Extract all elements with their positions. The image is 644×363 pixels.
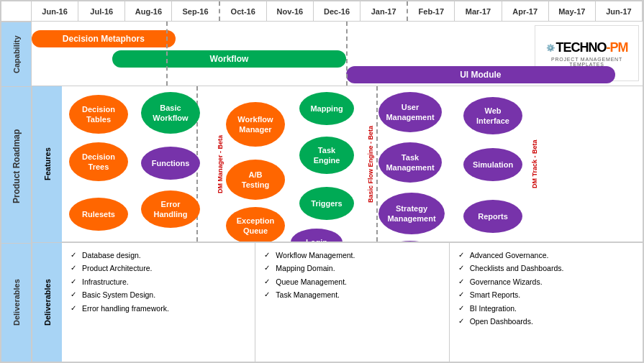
deliverable-text: Open Dashboards.: [470, 315, 533, 328]
checkmark: ✓: [458, 262, 467, 275]
checkmark: ✓: [71, 262, 79, 275]
deliverables-label: Deliverables: [32, 243, 62, 362]
deliverable-item: ✓Mapping Domain.: [264, 262, 440, 275]
deliverable-text: Advanced Governance.: [470, 249, 549, 262]
deliverable-text: Infrastructure.: [82, 275, 129, 288]
deliverable-item: ✓Queue Management.: [264, 275, 440, 288]
oval-ab-testing: A/B Testing: [226, 160, 285, 200]
checkmark: ✓: [71, 249, 79, 262]
deliverable-text: Product Architecture.: [82, 262, 152, 275]
cap-dashed-line-3: [166, 22, 168, 86]
deliverable-item: ✓Checklists and Dashboards.: [458, 262, 634, 275]
oval-decision-tables: Decision Tables: [69, 95, 128, 134]
app-container: Jun-16Jul-16Aug-16Sep-16Oct-16Nov-16Dec-…: [0, 0, 644, 363]
capability-bar-workflow: Workflow: [112, 50, 345, 68]
deliverable-item: ✓Error handling framework.: [71, 302, 246, 315]
oval-functions: Functions: [141, 147, 200, 180]
checkmark: ✓: [264, 275, 273, 288]
dashed-line-7: [376, 86, 378, 242]
month-feb17: Feb-17: [408, 1, 455, 21]
month-nov16: Nov-16: [267, 1, 314, 21]
oval-reports: Reports: [463, 200, 522, 233]
oval-login: Login: [291, 229, 343, 242]
deliverables-row-label: Deliverables: [1, 243, 31, 362]
deliverable-text: Governance Wizards.: [470, 275, 543, 288]
cap-dashed-line-7: [346, 22, 348, 86]
beta-label: Basic Flow Engine - Beta: [366, 86, 376, 242]
deliverable-text: Database design.: [82, 249, 141, 262]
month-mar17: Mar-17: [455, 1, 502, 21]
checkmark: ✓: [264, 262, 273, 275]
oval-exception-queue: Exception Queue: [226, 207, 285, 242]
month-jul16: Jul-16: [78, 1, 125, 21]
oval-workflow-manager: Workflow Manager: [226, 102, 285, 147]
deliverable-item: ✓Governance Wizards.: [458, 275, 634, 288]
deliverable-text: Workflow Management.: [276, 249, 355, 262]
capability-row: ⚙️ TECHNO-PM PROJECT MANAGEMENT TEMPLATE…: [32, 22, 643, 86]
checkmark: ✓: [458, 275, 467, 288]
capability-bar-ui-module: UI Module: [346, 66, 615, 83]
deliverable-text: Basic System Design.: [82, 288, 155, 301]
deliverables-col-0: ✓Database design.✓Product Architecture.✓…: [62, 243, 255, 362]
deliverables-col-1: ✓Workflow Management.✓Mapping Domain.✓Qu…: [255, 243, 449, 362]
logo-subtitle: PROJECT MANAGEMENT TEMPLATES: [538, 57, 635, 67]
deliverable-item: ✓Workflow Management.: [264, 249, 440, 262]
deliverable-text: Error handling framework.: [82, 302, 169, 315]
checkmark: ✓: [458, 315, 467, 328]
capability-bar-decision-metaphors: Decision Metaphors: [32, 30, 176, 47]
checkmark: ✓: [458, 288, 467, 301]
deliverable-item: ✓BI Integration.: [458, 302, 634, 315]
oval-basic-workflow: Basic Workflow: [141, 92, 200, 134]
deliverable-item: ✓Advanced Governance.: [458, 249, 634, 262]
month-jan17: Jan-17: [360, 1, 408, 21]
month-apr17: Apr-17: [502, 1, 549, 21]
deliverable-item: ✓Product Architecture.: [71, 262, 246, 275]
oval-triggers: Triggers: [299, 187, 354, 220]
deliverable-item: ✓Task Management.: [264, 288, 440, 301]
deliverable-item: ✓Database design.: [71, 249, 246, 262]
month-jun16: Jun-16: [32, 1, 78, 21]
oval-rulesets: Rulesets: [69, 198, 128, 231]
checkmark: ✓: [264, 249, 273, 262]
deliverable-item: ✓Open Dashboards.: [458, 315, 634, 328]
product-roadmap-label: Product Roadmap: [1, 86, 31, 243]
month-oct16: Oct-16: [220, 1, 267, 21]
month-may17: May-17: [549, 1, 596, 21]
deliverable-text: Task Management.: [276, 288, 340, 301]
checkmark: ✓: [71, 302, 79, 315]
deliverables-section: Deliverables ✓Database design.✓Product A…: [32, 243, 643, 362]
deliverables-col-2: ✓Advanced Governance.✓Checklists and Das…: [450, 243, 643, 362]
month-sep16: Sep-16: [172, 1, 219, 21]
deliverable-item: ✓Basic System Design.: [71, 288, 246, 301]
checkmark: ✓: [71, 275, 79, 288]
deliverable-text: Mapping Domain.: [276, 262, 335, 275]
checkmark: ✓: [71, 288, 79, 301]
oval-admin-module: Admin Module: [378, 241, 442, 242]
timeline-header: Jun-16Jul-16Aug-16Sep-16Oct-16Nov-16Dec-…: [1, 1, 643, 22]
deliverable-text: Checklists and Dashboards.: [470, 262, 564, 275]
oval-decision-trees: Decision Trees: [69, 142, 128, 181]
capability-row-label: Capability: [1, 22, 31, 86]
features-row: Decision TablesDecision TreesRulesetsBas…: [62, 86, 643, 242]
checkmark: ✓: [264, 288, 273, 301]
deliverable-text: Queue Management.: [276, 275, 347, 288]
deliverable-text: Smart Reports.: [470, 288, 521, 301]
oval-error-handling: Error Handling: [141, 190, 200, 228]
oval-web-interface: Web Interface: [463, 97, 522, 134]
deliverable-item: ✓Smart Reports.: [458, 288, 634, 301]
oval-user-management: User Management: [378, 92, 442, 132]
month-jun17: Jun-17: [596, 1, 643, 21]
beta-label: DM Manager - Beta: [215, 86, 225, 242]
month-dec16: Dec-16: [314, 1, 360, 21]
checkmark: ✓: [458, 249, 467, 262]
month-aug16: Aug-16: [125, 1, 172, 21]
oval-task-management: Task Management: [378, 142, 442, 183]
deliverable-item: ✓Infrastructure.: [71, 275, 246, 288]
oval-task-engine: Task Engine: [299, 137, 354, 174]
checkmark: ✓: [458, 302, 467, 315]
features-label: Features: [32, 86, 62, 242]
corner-spacer: [1, 1, 32, 21]
deliverable-text: BI Integration.: [470, 302, 517, 315]
oval-simulation: Simulation: [463, 148, 522, 181]
logo-text: TECHNO-PM: [556, 40, 628, 55]
